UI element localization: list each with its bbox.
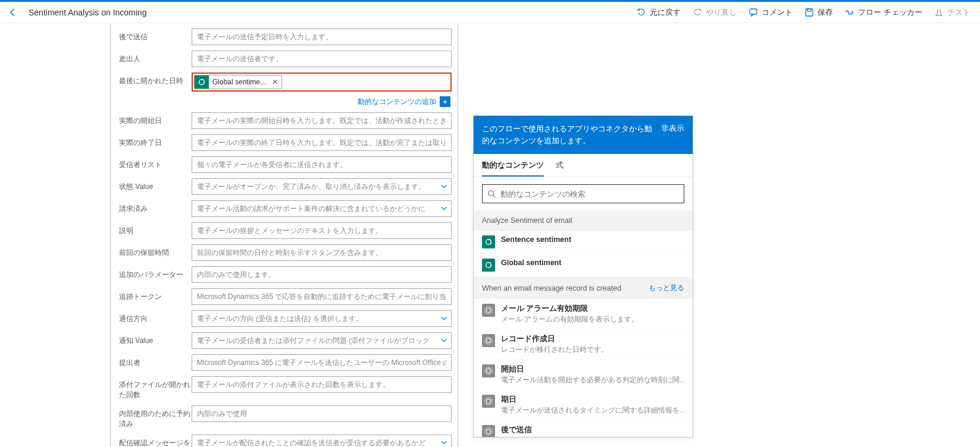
form-label: 実際の終了日 (117, 134, 192, 148)
svg-point-14 (487, 399, 491, 404)
svg-point-10 (487, 339, 491, 343)
dynamic-content-item[interactable]: Global sentiment (474, 254, 693, 277)
dynamic-content-item[interactable]: Sentence sentiment (474, 231, 693, 254)
form-label: 前回の保留時間 (117, 244, 192, 258)
form-row: 追跡トークン (117, 288, 452, 305)
form-label: 追跡トークン (117, 288, 192, 302)
form-input[interactable] (192, 178, 452, 195)
dynamic-search-box[interactable] (482, 184, 684, 203)
form-label: 実際の開始日 (117, 112, 192, 126)
save-icon (804, 8, 814, 17)
form-input[interactable] (192, 376, 452, 393)
form-row: 内部使用のために予約済み (117, 405, 452, 429)
dynamic-content-panel: このフローで使用されるアプリやコネクタから動的なコンテンツを追加します。 非表示… (473, 115, 693, 437)
form-input[interactable] (192, 435, 452, 447)
dynamic-content-item[interactable]: 期日 電子メールが送信されるタイミングに関する詳細情報を... (474, 390, 693, 420)
form-label: 差出人 (117, 51, 192, 64)
see-more-link[interactable]: もっと見る (649, 283, 684, 293)
svg-rect-2 (807, 9, 811, 11)
connector-icon (482, 334, 495, 347)
search-icon (487, 190, 496, 198)
cognitive-icon (482, 259, 495, 272)
form-row: 請求済み (117, 200, 452, 217)
panel-help-text: このフローで使用されるアプリやコネクタから動的なコンテンツを追加します。 (482, 123, 656, 147)
form-input[interactable] (192, 51, 452, 67)
form-input[interactable] (192, 332, 452, 349)
form-input[interactable] (192, 222, 452, 239)
form-label: 追加のパラメーター (117, 266, 192, 280)
form-input[interactable] (192, 29, 452, 45)
form-label: 後で送信 (117, 29, 192, 42)
form-input[interactable] (192, 310, 452, 327)
item-title: レコード作成日 (501, 334, 684, 344)
form-row: 通信方向 (117, 310, 452, 327)
svg-rect-1 (806, 9, 813, 16)
item-desc: メール アラームの有効期限を表示します。 (501, 315, 684, 324)
form-row: 実際の開始日 (117, 112, 452, 129)
form-row: 提出者 (117, 354, 452, 371)
item-title: Global sentiment (501, 259, 684, 267)
form-input[interactable] (192, 112, 452, 129)
section-analyze-sentiment: Analyze Sentiment of email (474, 210, 693, 231)
svg-point-15 (485, 398, 492, 405)
form-input[interactable] (192, 156, 452, 173)
item-title: Sentence sentiment (501, 235, 684, 244)
hide-panel-button[interactable]: 非表示 (661, 123, 684, 147)
tab-dynamic-content[interactable]: 動的なコンテンツ (482, 160, 544, 177)
form-row: 追加のパラメーター (117, 266, 452, 283)
add-dynamic-content-link[interactable]: 動的なコンテンツの追加 + (358, 96, 450, 107)
form-label: 通信方向 (117, 310, 192, 324)
svg-point-9 (485, 307, 492, 314)
svg-point-17 (485, 428, 492, 435)
form-label: 配信確認メッセージを受け取る (117, 435, 192, 447)
form-label: 内部使用のために予約済み (117, 405, 192, 429)
form-row: 配信確認メッセージを受け取る (117, 435, 452, 447)
dynamic-token[interactable]: Global sentime... ✕ (194, 75, 282, 89)
form-row: 実際の終了日 (117, 134, 452, 151)
svg-point-8 (487, 309, 491, 313)
comment-icon (749, 8, 758, 17)
form-input[interactable] (192, 266, 452, 283)
page-title: Sentiment Analysis on Incoming (29, 8, 146, 17)
connector-icon (482, 425, 495, 437)
token-field-selected[interactable]: Global sentime... ✕ (192, 73, 452, 92)
form-label: 状態 Value (117, 178, 192, 192)
cognitive-icon (195, 75, 209, 89)
form-input[interactable] (192, 405, 452, 422)
form-input[interactable] (192, 354, 452, 371)
dynamic-content-item[interactable]: メール アラーム有効期限 メール アラームの有効期限を表示します。 (474, 299, 693, 329)
save-button[interactable]: 保存 (800, 5, 838, 20)
plus-icon: + (440, 96, 450, 107)
tab-expression[interactable]: 式 (556, 160, 563, 177)
flow-checker-button[interactable]: フロー チェッカー (840, 5, 927, 20)
form-row: 差出人 (117, 51, 452, 67)
item-desc: 電子メール活動を開始する必要がある判定的な時刻に関... (501, 376, 685, 385)
item-title: 開始日 (501, 364, 685, 374)
connector-icon (482, 364, 495, 377)
header-bar: Sentiment Analysis on Incoming 元に戻す やり直し… (0, 2, 980, 23)
test-button: テスト (929, 5, 975, 20)
item-title: 後で送信 (501, 425, 684, 435)
undo-button[interactable]: 元に戻す (632, 5, 685, 20)
remove-token-button[interactable]: ✕ (268, 78, 281, 86)
form-label: 請求済み (117, 200, 192, 214)
comment-button[interactable]: コメント (744, 5, 797, 20)
svg-point-13 (485, 367, 492, 374)
form-input[interactable] (192, 288, 452, 305)
form-input[interactable] (192, 134, 452, 151)
form-row: 状態 Value (117, 178, 452, 195)
svg-point-12 (487, 369, 491, 373)
connector-icon (482, 395, 495, 408)
svg-point-11 (485, 337, 492, 344)
form-label: 通知 Value (117, 332, 192, 346)
dynamic-content-item[interactable]: 開始日 電子メール活動を開始する必要がある判定的な時刻に関... (474, 360, 693, 390)
back-button[interactable] (5, 4, 21, 21)
dynamic-content-item[interactable]: レコード作成日 レコードが移行された日時です。 (474, 329, 693, 360)
dynamic-search-input[interactable] (500, 190, 679, 199)
form-input[interactable] (192, 244, 452, 261)
form-row: 後で送信 (117, 29, 452, 45)
test-icon (934, 8, 944, 17)
action-card: 後で送信 差出人 最後に開かれた日時 Global sentime... ✕ (110, 23, 458, 447)
dynamic-content-item[interactable]: 後で送信 電子メールの送信予定日時を入力します。 (474, 420, 693, 437)
form-input[interactable] (192, 200, 452, 217)
